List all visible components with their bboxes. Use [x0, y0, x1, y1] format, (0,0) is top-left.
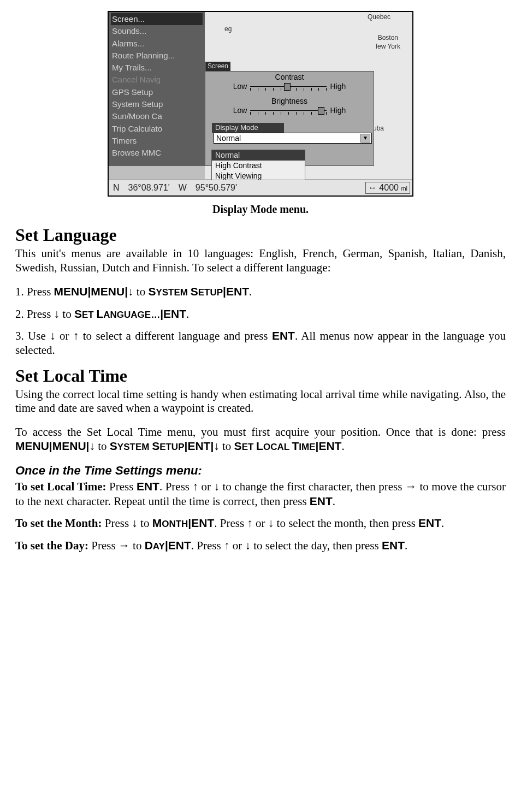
display-mode-dropdown[interactable]: Normal ▼ [214, 133, 372, 144]
set-language-step-3: 3. Use ↓ or ↑ to select a different lang… [15, 329, 506, 357]
lon-dir: W [174, 182, 191, 193]
map-label-quebec: Quebec [368, 13, 390, 21]
popup-title: Screen [205, 62, 230, 71]
menu-item-gps-setup[interactable]: GPS Setup [111, 86, 203, 98]
display-mode-screenshot: Quebec Boston lew York Cuba eg Screen...… [108, 11, 413, 197]
contrast-label: Contrast [205, 73, 374, 82]
map-label-eg: eg [224, 25, 232, 33]
contrast-slider[interactable] [250, 86, 327, 87]
menu-item-trip-calc[interactable]: Trip Calculato [111, 123, 203, 135]
menu-item-screen[interactable]: Screen... [111, 13, 203, 25]
set-local-time-access: To access the Set Local Time menu, you m… [15, 425, 506, 454]
status-bar: N 36°08.971' W 95°50.579' ↔ 4000 mi [109, 180, 412, 195]
set-day-step: To set the Day: Press → to DAY|ENT. Pres… [15, 538, 506, 553]
contrast-high-label: High [330, 82, 346, 91]
heading-set-local-time: Set Local Time [15, 365, 506, 387]
scale-value: 4000 [379, 183, 399, 192]
menu-item-my-trails[interactable]: My Trails... [111, 62, 203, 74]
map-label-newyork: lew York [376, 43, 400, 51]
menu-item-sun-moon[interactable]: Sun/Moon Ca [111, 110, 203, 122]
display-mode-label: Display Mode [212, 123, 284, 133]
menu-item-system-setup[interactable]: System Setup [111, 98, 203, 110]
display-mode-opt-high-contrast[interactable]: High Contrast [212, 161, 305, 171]
heading-set-language: Set Language [15, 224, 506, 246]
menu-item-timers[interactable]: Timers [111, 135, 203, 147]
scale-box: ↔ 4000 mi [365, 182, 410, 194]
chevron-down-icon[interactable]: ▼ [360, 134, 370, 143]
scale-unit: mi [401, 185, 407, 192]
lon-value: 95°50.579' [191, 182, 241, 193]
display-mode-opt-normal[interactable]: Normal [212, 150, 305, 161]
brightness-low-label: Low [233, 106, 247, 115]
brightness-high-label: High [330, 106, 346, 115]
menu-item-sounds[interactable]: Sounds... [111, 25, 203, 37]
brightness-label: Brightness [205, 97, 374, 106]
menu-item-alarms[interactable]: Alarms... [111, 38, 203, 50]
screenshot-caption: Display Mode menu. [15, 203, 506, 216]
contrast-low-label: Low [233, 82, 247, 91]
subheading-time-settings: Once in the Time Settings menu: [15, 464, 506, 478]
scale-arrow-icon: ↔ [368, 183, 377, 192]
lat-value: 36°08.971' [124, 182, 174, 193]
display-mode-options: Normal High Contrast Night Viewing [211, 150, 305, 182]
set-local-time-step: To set Local Time: Press ENT. Press ↑ or… [15, 479, 506, 508]
set-month-step: To set the Month: Press ↓ to MONTH|ENT. … [15, 516, 506, 531]
brightness-slider[interactable] [250, 110, 327, 111]
brightness-slider-thumb[interactable] [318, 107, 324, 115]
menu-item-cancel-nav[interactable]: Cancel Navig [111, 74, 203, 86]
map-label-boston: Boston [378, 34, 398, 42]
menu-item-route-planning[interactable]: Route Planning... [111, 50, 203, 62]
set-language-intro: This unit's menus are available in 10 la… [15, 247, 506, 275]
set-language-step-2: 2. Press ↓ to SET LANGUAGE…|ENT. [15, 307, 506, 322]
system-menu: Screen... Sounds... Alarms... Route Plan… [109, 12, 205, 166]
set-local-time-intro: Using the correct local time setting is … [15, 388, 506, 416]
lat-dir: N [109, 182, 124, 193]
menu-item-browse-mmc[interactable]: Browse MMC [111, 147, 203, 159]
contrast-slider-thumb[interactable] [284, 83, 291, 91]
set-language-step-1: 1. Press MENU|MENU|↓ to SYSTEM SETUP|ENT… [15, 285, 506, 299]
display-mode-current: Normal [216, 134, 241, 143]
